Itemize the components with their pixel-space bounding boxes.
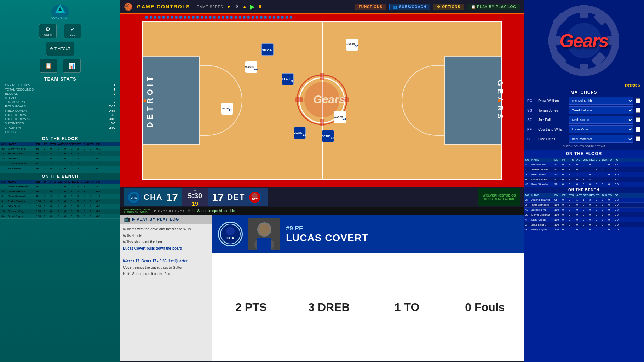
player-to-val: 1 TO: [395, 301, 420, 314]
shot-clock: 19: [192, 201, 198, 207]
team-stats-title: TEAM STATS: [0, 74, 120, 83]
player-stats-row: 2 PTS 3 DREB 1 TO 0 Fouls: [212, 253, 524, 361]
pbp-ticker: WOLVERINE STUDIOS SPORTS NETWORK ▶ PLAY …: [120, 207, 524, 215]
svg-rect-31: [607, 36, 619, 45]
matchups-section: POSS > MATCHUPS PG Drew Williams Michael…: [524, 81, 644, 150]
table-row: 9Lucas Covert91020140011-2: [524, 177, 644, 182]
game-time: 5:30: [188, 192, 202, 200]
svg-rect-29: [580, 64, 588, 76]
gc-speed-label: GAME SPEED: [196, 5, 223, 9]
functions-button[interactable]: FUNCTIONS: [355, 4, 386, 10]
center-panel: 🏀 GAME CONTROLS GAME SPEED ▼ 9 ▲ ▶ ⏸ FUN…: [120, 0, 524, 362]
table-row: 50Keith Sutton900112000003-6: [524, 172, 644, 177]
table-row: 88Darrin Howell88200010100-1: [0, 189, 120, 194]
player-info-text: #9 PF LUCAS COVERT: [286, 225, 368, 244]
player-token-gears23b[interactable]: GEARS23: [322, 130, 334, 142]
pbp-entry: [123, 252, 209, 258]
player-token-gears23[interactable]: GEARS23: [294, 127, 306, 139]
player-token-wasps23[interactable]: WASPS23: [334, 111, 346, 123]
player-token-gears9[interactable]: GEARS9: [282, 73, 294, 85]
options-button[interactable]: ⚙ OPTIONS: [433, 4, 464, 10]
pbp-entry-highlight: Lucas Covert pulls down the board: [123, 246, 209, 251]
svg-text:CHA: CHA: [226, 236, 234, 240]
pbp-entry: Wills's shot is off the iron: [123, 239, 209, 245]
court-container: 👤👤👤👤👤👤👤👤👤👤👤👤👤👤👤👤👤👤👤👤👤👤👤👤👤👤👤👤👤👤👤👤👤👤👤: [120, 14, 524, 187]
on-floor-title: ON THE FLOOR: [0, 134, 120, 142]
right-on-floor-table: 30Michael Smith93020000001-11Terrell LaL…: [524, 162, 644, 187]
gc-basketball-icon: 🏀: [124, 2, 133, 11]
matchup-sf-check[interactable]: [636, 117, 640, 122]
stats-chart-button[interactable]: 📊: [63, 59, 81, 73]
bench-table: 1Jason Drakeford940102000114-688Darrin H…: [0, 184, 120, 219]
coaching-header: COACHING: [0, 0, 120, 22]
pbp-log-icon: 📺: [124, 216, 130, 222]
table-row: 27Antonio Haynes95001130000-3: [524, 198, 644, 203]
matchup-c: C Flye Fields Beau Wheeler: [527, 135, 640, 143]
player-name: LUCAS COVERT: [286, 232, 368, 244]
chart-button[interactable]: 📋: [40, 59, 57, 73]
main-container: COACHING ⚙ WORK ✓ YES ⏱ TIMEOUT 📋 📊: [0, 0, 644, 362]
timeout-button[interactable]: ⏱ TIMEOUT: [46, 42, 74, 56]
gc-speed-value: 9: [235, 4, 238, 9]
coaching-icons: ⚙ WORK ✓ YES: [0, 22, 120, 40]
player-dreb-box: 3 DREB: [290, 253, 368, 361]
player-dreb-val: 3 DREB: [308, 301, 350, 314]
matchup-sf-select[interactable]: Keith Sutton: [569, 116, 633, 124]
right-on-floor: ON THE FLOOR NO NAME EN PF PTS AST ORB R…: [524, 150, 644, 362]
matchup-pf-check[interactable]: [636, 127, 640, 132]
player-number: #9 PF: [286, 225, 368, 232]
on-floor-table: 55Drew Williams99000000000-014Torian Jon…: [0, 146, 120, 171]
pbp-log-entries[interactable]: Williams with the drive and the dish to …: [120, 224, 212, 360]
det-logo: DET: [248, 190, 262, 204]
player-fouls-box: 0 Fouls: [446, 253, 524, 361]
matchup-c-check[interactable]: [636, 136, 640, 141]
yes-button[interactable]: ✓ YES: [64, 24, 81, 38]
player-headshot: [248, 218, 280, 250]
table-row: 34Brant Gayden100000000000-0: [0, 214, 120, 219]
table-row: 11Courtland Wills86120120001-4: [0, 161, 120, 166]
cha-pts: 17: [166, 191, 178, 203]
matchup-pg-check[interactable]: [636, 98, 640, 103]
matchup-pg-select[interactable]: Michael Smith: [569, 97, 633, 105]
player-token-wasps11[interactable]: WASPS11: [245, 61, 257, 73]
table-row: 42Jacob Roma100000000000-0: [524, 208, 644, 212]
matchup-sg-select[interactable]: Terrell LaLane: [569, 106, 633, 114]
table-row: 4Andre Tinsley100000000000-0: [0, 199, 120, 204]
det-pts: 17: [212, 191, 224, 203]
score-middle: 1 5:30 19: [182, 188, 208, 206]
pbp-entry-score: Wasps 17, Gears 17 - 5:35, 1st Quarter: [123, 258, 209, 264]
pbp-entry: Covert sends the outlet pass to Sutton: [123, 265, 209, 270]
player-team-logo: CHA: [218, 222, 243, 246]
gc-title: GAME CONTROLS: [137, 4, 190, 10]
cha-logo: CHA: [127, 190, 141, 204]
svg-text:CHA: CHA: [131, 196, 137, 199]
matchup-sf: SF Joe Fall Keith Sutton: [527, 116, 640, 124]
team-stats-table: OFF REBOUNDS1 TOTAL REBOUNDS7 BLOCKS2 ST…: [0, 83, 120, 134]
player-token-wasps30[interactable]: WASPS30: [346, 39, 358, 51]
matchup-pf-select[interactable]: Lucas Covert: [569, 125, 633, 133]
player-token-wasps11b[interactable]: WASP11: [221, 103, 233, 115]
matchup-c-select[interactable]: Beau Wheeler: [569, 135, 633, 143]
table-row: 6Marty Snyder100000000000-0: [524, 227, 644, 232]
work-button[interactable]: ⚙ WORK: [39, 24, 57, 38]
pbp-entry: Williams with the drive and the dish to …: [123, 227, 209, 232]
table-row: 4Larry Green100000000000-0: [524, 217, 644, 222]
table-row: 5Dave Edwards94021000001-2: [0, 194, 120, 199]
bench-title: ON THE BENCH: [0, 173, 120, 180]
right-on-floor-title: ON THE FLOOR: [524, 150, 644, 158]
gc-pause-button[interactable]: ⏸: [258, 4, 263, 10]
subs-coach-button[interactable]: 👥 SUBS/COACH: [389, 4, 430, 10]
pbp-log-button[interactable]: 📋 PLAY BY PLAY LOG: [467, 4, 520, 10]
gc-play-button[interactable]: ▶: [250, 3, 255, 11]
table-row: 6Billy Smith100000000000-0: [0, 204, 120, 209]
score-bar: CHA CHA 17 1 5:30 19 17 DET DET: [120, 187, 524, 207]
svg-rect-30: [548, 36, 561, 45]
det-abbr: DET: [227, 193, 245, 202]
right-on-floor-header: NO NAME EN PF PTS AST ORB REB STL BLK TO…: [524, 158, 644, 162]
right-bench-title: ON THE BENCH: [524, 187, 644, 193]
matchup-pg: PG Drew Williams Michael Smith: [527, 97, 640, 105]
gc-speed-up[interactable]: ▲: [242, 4, 247, 10]
gc-speed-down[interactable]: ▼: [226, 4, 231, 10]
matchup-sg-check[interactable]: [636, 108, 640, 113]
player-token-gears1[interactable]: GEARS1: [261, 43, 274, 56]
